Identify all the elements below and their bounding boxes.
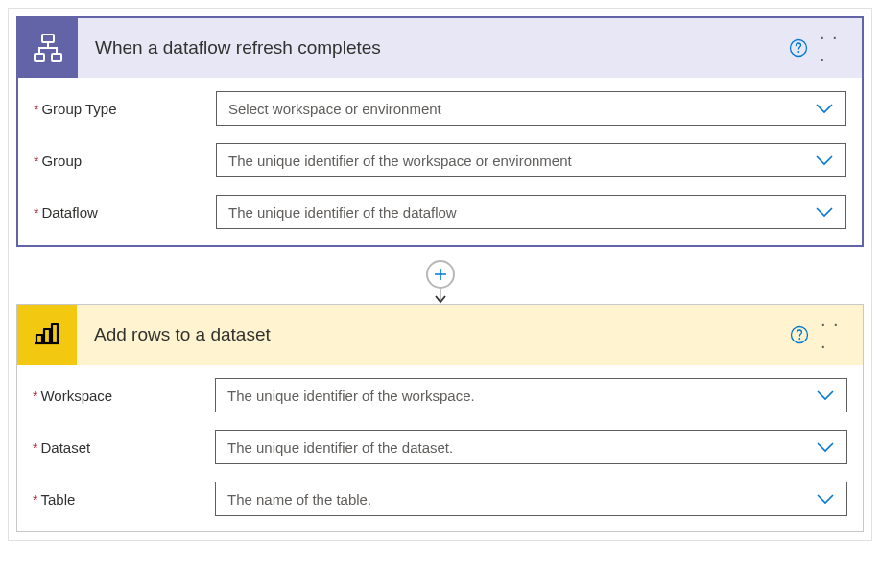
- trigger-title: When a dataflow refresh completes: [78, 37, 785, 59]
- connector-line: [440, 247, 440, 260]
- add-step-button[interactable]: [426, 260, 455, 289]
- field-label-text: Group Type: [41, 101, 116, 117]
- required-indicator: *: [33, 492, 37, 507]
- svg-point-6: [798, 338, 800, 340]
- field-workspace-row: * Workspace The unique identifier of the…: [33, 378, 847, 412]
- field-label-text: Group: [41, 153, 82, 169]
- svg-rect-0: [42, 35, 54, 42]
- field-label-text: Workspace: [40, 388, 112, 404]
- flow-canvas: When a dataflow refresh completes · · · …: [8, 8, 872, 541]
- svg-point-4: [797, 51, 799, 53]
- help-button[interactable]: [785, 35, 812, 61]
- dataset-select[interactable]: The unique identifier of the dataset.: [215, 430, 847, 464]
- table-select[interactable]: The name of the table.: [215, 482, 847, 516]
- field-group-row: * Group The unique identifier of the wor…: [34, 143, 846, 177]
- workspace-select[interactable]: The unique identifier of the workspace.: [215, 378, 847, 412]
- connector: [16, 247, 864, 304]
- field-dataflow-row: * Dataflow The unique identifier of the …: [34, 195, 846, 229]
- chevron-down-icon: [816, 389, 835, 401]
- group-type-select[interactable]: Select workspace or environment: [216, 91, 846, 126]
- chevron-down-icon: [815, 154, 834, 166]
- select-placeholder: The name of the table.: [227, 491, 816, 507]
- plus-icon: [433, 267, 448, 282]
- svg-rect-1: [35, 54, 44, 61]
- trigger-card-header[interactable]: When a dataflow refresh completes · · ·: [18, 18, 862, 78]
- required-indicator: *: [34, 153, 38, 169]
- dataflow-icon: [18, 18, 78, 78]
- field-label-text: Dataflow: [41, 204, 97, 221]
- action-card-header[interactable]: Add rows to a dataset · · ·: [17, 305, 863, 365]
- field-label: * Workspace: [33, 388, 215, 404]
- required-indicator: *: [34, 102, 38, 117]
- select-placeholder: The unique identifier of the dataset.: [227, 439, 816, 456]
- group-select[interactable]: The unique identifier of the workspace o…: [216, 143, 846, 177]
- chevron-down-icon: [816, 441, 835, 453]
- dataflow-select[interactable]: The unique identifier of the dataflow: [216, 195, 846, 229]
- required-indicator: *: [34, 205, 38, 221]
- field-table-row: * Table The name of the table.: [33, 482, 847, 516]
- trigger-card-body: * Group Type Select workspace or environ…: [18, 78, 862, 245]
- action-title: Add rows to a dataset: [77, 324, 786, 345]
- field-label: * Group: [34, 153, 216, 169]
- required-indicator: *: [33, 388, 37, 404]
- required-indicator: *: [33, 440, 37, 456]
- field-dataset-row: * Dataset The unique identifier of the d…: [33, 430, 847, 464]
- field-label-text: Table: [40, 491, 75, 507]
- more-button[interactable]: · · ·: [820, 35, 850, 61]
- more-button[interactable]: · · ·: [821, 321, 851, 348]
- select-placeholder: The unique identifier of the dataflow: [228, 204, 815, 221]
- field-label-text: Dataset: [40, 439, 90, 456]
- help-button[interactable]: [786, 321, 813, 348]
- select-placeholder: The unique identifier of the workspace o…: [228, 153, 815, 169]
- field-group-type-row: * Group Type Select workspace or environ…: [34, 91, 846, 126]
- trigger-card[interactable]: When a dataflow refresh completes · · · …: [16, 16, 864, 247]
- field-label: * Dataflow: [34, 204, 216, 221]
- svg-rect-2: [52, 54, 61, 61]
- field-label: * Group Type: [34, 101, 216, 117]
- select-placeholder: The unique identifier of the workspace.: [227, 388, 816, 404]
- dataset-icon: [17, 305, 77, 365]
- field-label: * Table: [33, 491, 215, 507]
- chevron-down-icon: [815, 206, 834, 218]
- chevron-down-icon: [816, 493, 835, 505]
- chevron-down-icon: [815, 103, 834, 114]
- field-label: * Dataset: [33, 439, 215, 456]
- select-placeholder: Select workspace or environment: [228, 101, 815, 117]
- action-card[interactable]: Add rows to a dataset · · · * Workspace …: [16, 304, 864, 532]
- action-card-body: * Workspace The unique identifier of the…: [17, 365, 863, 531]
- arrow-down-icon: [433, 287, 448, 304]
